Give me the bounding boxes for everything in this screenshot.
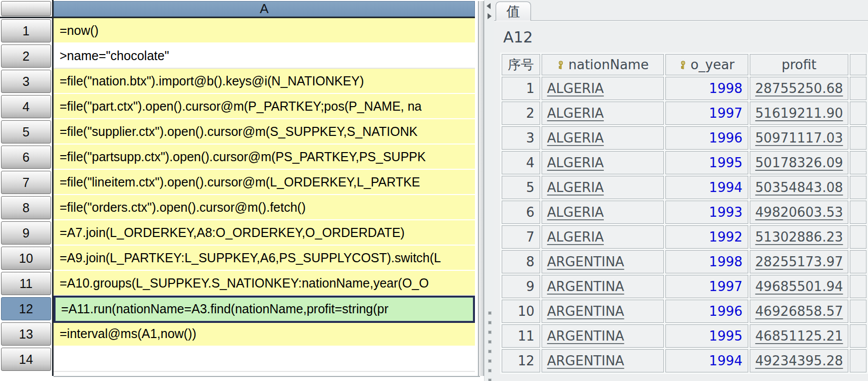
tab-value[interactable]: 值 <box>496 2 531 21</box>
esproc-ide-window: A 1 2 3 4 5 6 7 8 9 10 11 12 13 14 =now(… <box>0 0 868 381</box>
row-header-10[interactable]: 10 <box>1 247 51 270</box>
tab-strip-border <box>494 20 868 21</box>
column-header-oyear[interactable]: o_year <box>665 54 748 75</box>
cell-a3[interactable]: =file("nation.btx").import@b().keys@i(N_… <box>54 69 475 94</box>
table-row[interactable]: 5ALGERIA199450354843.08 <box>502 176 866 199</box>
table-row[interactable]: 3ALGERIA199650971117.03 <box>502 126 866 150</box>
splitter-collapse-right-icon[interactable] <box>488 13 492 19</box>
key-icon <box>679 61 687 69</box>
cell-a7[interactable]: =file("lineitem.ctx").open().cursor@m(L_… <box>54 170 475 195</box>
column-header-profit[interactable]: profit <box>750 54 849 75</box>
table-row[interactable]: 7ALGERIA199251302886.23 <box>502 225 866 249</box>
cell-a12-selected[interactable]: =A11.run(nationName=A3.find(nationName,p… <box>54 296 475 323</box>
cell-a11[interactable]: =A10.groups(L_SUPPKEY.S_NATIONKEY:nation… <box>54 271 475 296</box>
grid-corner-cell[interactable] <box>1 1 51 16</box>
column-header-index[interactable]: 序号 <box>502 54 540 75</box>
row-header-14[interactable]: 14 <box>1 348 51 371</box>
spl-grid-panel: A 1 2 3 4 5 6 7 8 9 10 11 12 13 14 =now(… <box>0 0 484 381</box>
cell-a6[interactable]: =file("partsupp.ctx").open().cursor@m(PS… <box>54 145 475 170</box>
value-result-table: 序号 nationName <box>500 53 868 374</box>
row-header-5[interactable]: 5 <box>1 120 51 144</box>
column-header-nationname[interactable]: nationName <box>542 54 664 75</box>
row-header-3[interactable]: 3 <box>1 70 51 93</box>
table-row[interactable]: 9ARGENTINA199749685501.94 <box>502 275 866 298</box>
cell-a4[interactable]: =file("part.ctx").open().cursor@m(P_PART… <box>54 94 475 119</box>
column-header-empty <box>850 54 866 75</box>
cell-a8[interactable]: =file("orders.ctx").open().cursor@m().fe… <box>54 195 475 220</box>
row-header-11[interactable]: 11 <box>1 272 51 295</box>
table-row[interactable]: 12ARGENTINA199449234395.28 <box>502 349 866 372</box>
row-header-8[interactable]: 8 <box>1 196 51 219</box>
cell-a5[interactable]: =file("supplier.ctx").open().cursor@m(S_… <box>54 119 475 145</box>
table-row[interactable]: 4ALGERIA199550178326.09 <box>502 151 866 174</box>
cell-a9[interactable]: =A7.join(L_ORDERKEY,A8:O_ORDERKEY,O_ORDE… <box>54 220 475 246</box>
grid-right-border <box>475 1 478 376</box>
cell-a13[interactable]: =interval@ms(A1,now()) <box>54 321 475 347</box>
key-icon <box>557 61 565 69</box>
splitter-drag-handle[interactable] <box>488 311 491 381</box>
row-header-2[interactable]: 2 <box>1 44 51 68</box>
row-header-6[interactable]: 6 <box>1 146 51 169</box>
splitter-collapse-left-icon[interactable] <box>487 3 491 9</box>
table-row[interactable]: 1ALGERIA199828755250.68 <box>502 77 866 100</box>
grid-vertical-scrollbar[interactable] <box>478 1 484 376</box>
table-row[interactable]: 8ARGENTINA199828255173.97 <box>502 250 866 273</box>
value-cell-ref-label: A12 <box>503 28 533 46</box>
column-header-a[interactable]: A <box>54 1 475 17</box>
row-header-9[interactable]: 9 <box>1 221 51 245</box>
row-header-12-selected[interactable]: 12 <box>1 297 51 320</box>
grid-bottom-border <box>54 376 480 377</box>
table-row[interactable]: 10ARGENTINA199646926858.57 <box>502 300 866 323</box>
table-row[interactable]: 11ARGENTINA199546851125.21 <box>502 324 866 348</box>
table-row[interactable]: 2ALGERIA199751619211.90 <box>502 102 866 125</box>
panel-splitter[interactable] <box>484 0 495 381</box>
row-header-7[interactable]: 7 <box>1 171 51 194</box>
cell-a10[interactable]: =A9.join(L_PARTKEY:L_SUPPKEY,A6,PS_SUPPL… <box>54 246 475 271</box>
cell-a1[interactable]: =now() <box>54 18 475 43</box>
table-header-row: 序号 nationName <box>502 54 866 75</box>
row-header-4[interactable]: 4 <box>1 95 51 118</box>
table-row[interactable]: 6ALGERIA199349820603.53 <box>502 201 866 224</box>
row-header-13[interactable]: 13 <box>1 322 51 346</box>
row-header-1[interactable]: 1 <box>1 19 51 42</box>
cell-a14[interactable] <box>54 347 475 372</box>
value-panel: 值 A12 序号 nationName <box>494 0 868 381</box>
cell-a2[interactable]: >name="chocolate" <box>54 43 475 69</box>
